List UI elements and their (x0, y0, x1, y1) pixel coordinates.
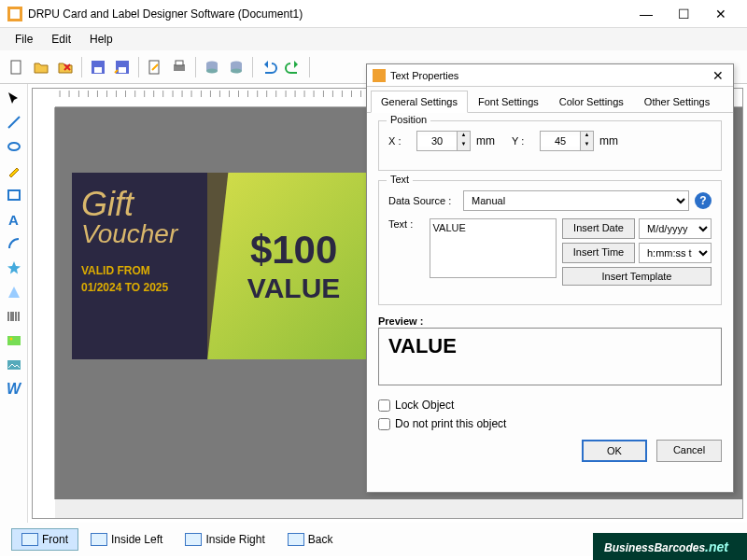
pagetab-front[interactable]: Front (11, 528, 78, 551)
ruler-vertical (33, 107, 55, 499)
card-left-panel: Gift Voucher VALID FROM 01/2024 TO 2025 (72, 173, 207, 359)
tab-general-settings[interactable]: General Settings (371, 91, 468, 113)
x-unit: mm (476, 134, 495, 147)
image-tool-icon[interactable] (4, 330, 24, 351)
minimize-button[interactable]: — (627, 1, 665, 27)
pagetab-inside-right[interactable]: Inside Right (175, 528, 275, 551)
svg-rect-1 (10, 9, 20, 19)
card-preview[interactable]: Gift Voucher VALID FROM 01/2024 TO 2025 … (72, 173, 380, 359)
menu-edit[interactable]: Edit (44, 31, 78, 48)
card-voucher-text: Voucher (81, 219, 198, 249)
svg-rect-21 (373, 69, 386, 82)
side-toolbox: A W (0, 84, 28, 523)
text-properties-dialog: Text Properties ✕ General Settings Font … (366, 63, 734, 493)
tab-font-settings[interactable]: Font Settings (468, 91, 549, 112)
horizontal-scrollbar[interactable] (55, 499, 742, 518)
menu-file[interactable]: File (7, 31, 40, 48)
card-amount: $100 (250, 228, 337, 273)
card-gift-text: Gift (81, 189, 198, 219)
data-source-label: Data Source : (388, 195, 458, 206)
svg-rect-9 (176, 61, 183, 65)
image2-tool-icon[interactable] (4, 355, 24, 375)
card-valid-text: VALID FROM 01/2024 TO 2025 (81, 262, 198, 296)
rect-tool-icon[interactable] (4, 185, 24, 205)
dialog-body: Position X : ▲▼ mm Y : ▲▼ mm Text Data S… (367, 113, 733, 393)
text-fieldset: Text Data Source : Manual ? Text : VALUE… (378, 180, 722, 305)
close-doc-icon[interactable] (54, 56, 77, 78)
insert-time-button[interactable]: Insert Time (562, 243, 635, 263)
app-icon (7, 7, 22, 21)
new-icon[interactable] (6, 56, 28, 78)
text-label: Text : (388, 218, 424, 230)
insert-template-button[interactable]: Insert Template (562, 267, 712, 286)
svg-rect-17 (8, 190, 20, 200)
y-label: Y : (512, 135, 534, 147)
x-spin-up[interactable]: ▲ (458, 132, 470, 141)
titlebar: DRPU Card and Label Designer Software (D… (0, 0, 747, 28)
undo-icon[interactable] (258, 56, 280, 78)
position-fieldset: Position X : ▲▼ mm Y : ▲▼ mm (378, 120, 722, 171)
dialog-tabs: General Settings Font Settings Color Set… (367, 87, 733, 113)
pagetab-inside-left[interactable]: Inside Left (80, 528, 173, 551)
triangle-tool-icon[interactable] (4, 282, 24, 302)
y-spin-down[interactable]: ▼ (581, 141, 593, 150)
wordart-tool-icon[interactable]: W (4, 379, 24, 399)
svg-point-16 (8, 143, 20, 150)
pointer-tool-icon[interactable] (4, 88, 24, 108)
x-spin-down[interactable]: ▼ (458, 141, 470, 150)
svg-rect-6 (119, 67, 126, 73)
menubar: File Edit Help (0, 28, 747, 50)
window-title: DRPU Card and Label Designer Software (D… (28, 7, 627, 21)
redo-icon[interactable] (282, 56, 304, 78)
svg-point-19 (9, 338, 12, 341)
dialog-title: Text Properties (390, 70, 709, 81)
x-label: X : (388, 135, 411, 147)
ellipse-tool-icon[interactable] (4, 136, 24, 157)
svg-rect-18 (7, 336, 21, 345)
card-value-label: VALUE (247, 273, 340, 304)
position-legend: Position (387, 114, 430, 125)
line-tool-icon[interactable] (4, 112, 24, 133)
close-button[interactable]: ✕ (702, 1, 740, 27)
footer-brand: BusinessBarcodes.net (593, 533, 747, 560)
dialog-close-button[interactable]: ✕ (709, 68, 727, 83)
star-tool-icon[interactable] (4, 258, 24, 278)
tab-color-settings[interactable]: Color Settings (549, 91, 634, 112)
x-input[interactable]: ▲▼ (416, 131, 471, 151)
y-spin-up[interactable]: ▲ (581, 132, 593, 141)
database-icon[interactable] (201, 56, 223, 78)
menu-help[interactable]: Help (82, 31, 120, 48)
date-format-select[interactable]: M/d/yyyy (639, 218, 712, 239)
lock-object-checkbox[interactable]: Lock Object (378, 399, 454, 412)
svg-rect-4 (94, 67, 102, 73)
barcode-tool-icon[interactable] (4, 306, 24, 327)
data-source-select[interactable]: Manual (463, 190, 689, 211)
edit-icon[interactable] (144, 56, 166, 78)
svg-point-12 (206, 68, 218, 73)
insert-date-button[interactable]: Insert Date (562, 218, 635, 239)
dialog-icon (373, 69, 386, 82)
database2-icon[interactable] (225, 56, 247, 78)
dialog-footer: Lock Object Do not print this object (367, 393, 733, 436)
pagetab-back[interactable]: Back (277, 528, 344, 551)
pencil-tool-icon[interactable] (4, 161, 24, 181)
svg-rect-2 (11, 61, 21, 74)
saveas-icon[interactable] (111, 56, 134, 78)
maximize-button[interactable]: ☐ (665, 1, 702, 27)
arc-tool-icon[interactable] (4, 233, 24, 254)
ok-button[interactable]: OK (582, 440, 647, 462)
help-icon[interactable]: ? (695, 192, 712, 209)
open-icon[interactable] (30, 56, 52, 78)
text-textarea[interactable]: VALUE (430, 218, 557, 278)
text-tool-icon[interactable]: A (4, 209, 24, 230)
y-input[interactable]: ▲▼ (540, 131, 594, 151)
text-legend: Text (387, 174, 413, 185)
tab-other-settings[interactable]: Other Settings (634, 91, 720, 112)
y-unit: mm (599, 134, 618, 147)
time-format-select[interactable]: h:mm:ss tt (639, 243, 712, 263)
save-icon[interactable] (87, 56, 109, 78)
print-icon[interactable] (168, 56, 190, 78)
card-right-panel: $100 VALUE (207, 173, 380, 359)
do-not-print-checkbox[interactable]: Do not print this object (378, 417, 506, 430)
cancel-button[interactable]: Cancel (656, 440, 722, 462)
